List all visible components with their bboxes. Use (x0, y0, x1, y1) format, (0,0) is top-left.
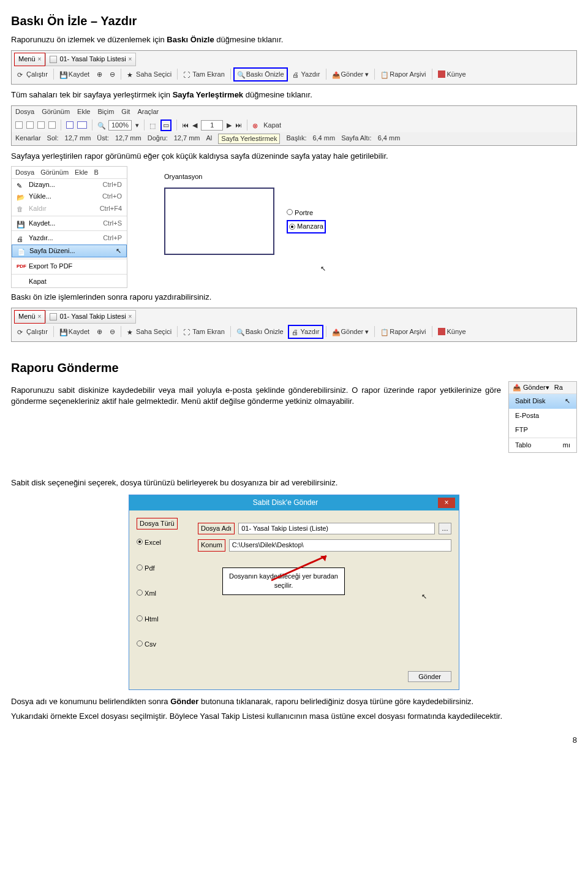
tab-menu[interactable]: Menü× (14, 310, 45, 323)
gonder-button[interactable]: Gönder (408, 671, 451, 682)
t: Baskı Önizle (246, 327, 284, 336)
radio-csv[interactable]: Csv (137, 640, 198, 649)
menuitem-export[interactable]: PDFExport To PDF (12, 260, 127, 272)
menuitem-kaydet[interactable]: 💾Kaydet...Ctrl+S (12, 218, 127, 229)
fullscreen-button[interactable]: ⛶Tam Ekran (180, 68, 228, 81)
prev-icon[interactable]: ◀ (192, 121, 197, 130)
close-icon[interactable]: ⊗ (252, 121, 260, 129)
menuitem-kaldir[interactable]: 🗑KaldırCtrl+F4 (12, 203, 127, 214)
plus-button[interactable]: ⊕ (94, 68, 105, 81)
kaydet-button[interactable]: 💾Kaydet (56, 325, 92, 338)
fit-icon[interactable]: ⬚ (149, 121, 157, 129)
menuitem-yukle[interactable]: 📂Yükle...Ctrl+O (12, 191, 127, 202)
rapor-arsivi-button[interactable]: 📋Rapor Arşivi (377, 68, 429, 81)
calistir-button[interactable]: ⟳Çalıştır (14, 325, 51, 338)
t: 12,7 mm (65, 134, 91, 144)
fit-page-button[interactable]: ▭ (160, 120, 172, 131)
kunye-button[interactable]: Künye (435, 325, 469, 338)
gonder-eposta[interactable]: E-Posta (509, 409, 576, 423)
kaydet-button[interactable]: 💾Kaydet (56, 68, 92, 81)
saha-button[interactable]: ★Saha Seçici (124, 325, 175, 338)
menuitem-yazdir[interactable]: 🖨Yazdır...Ctrl+P (12, 232, 127, 244)
dialog-close-button[interactable]: × (438, 498, 455, 508)
chevron-down-icon[interactable]: ▾ (135, 121, 139, 130)
gonder-btn[interactable]: 📤 Gönder▾ (513, 383, 549, 392)
last-icon[interactable]: ⏭ (235, 121, 242, 130)
menu-gorunum[interactable]: Görünüm (40, 168, 69, 177)
tab-list[interactable]: 01- Yasal Takip Listesi× (45, 53, 136, 66)
tab-menu[interactable]: Menü× (14, 53, 45, 66)
menu-ekle[interactable]: Ekle (75, 168, 88, 177)
screenshot-toolbar-2: Menü× 01- Yasal Takip Listesi× ⟳Çalıştır… (11, 308, 577, 342)
first-icon[interactable]: ⏮ (182, 121, 189, 130)
konum-label: Konum (198, 539, 225, 551)
next-icon[interactable]: ▶ (227, 121, 232, 130)
t: Dosya adı ve konumunu belirlendikten son… (11, 697, 170, 706)
fullscreen-button[interactable]: ⛶Tam Ekran (180, 325, 228, 338)
browse-button[interactable]: … (439, 523, 451, 534)
radio-portre[interactable]: Portre (287, 208, 326, 218)
t: 12,7 mm (115, 134, 141, 144)
t: Kaydet... (29, 219, 55, 228)
gonder-sabitdisk[interactable]: Sabit Disk↖ (509, 394, 576, 408)
close-icon[interactable]: × (38, 313, 42, 321)
saha-button[interactable]: ★Saha Seçici (124, 68, 175, 81)
kunye-button[interactable]: Künye (435, 68, 469, 81)
minus-button[interactable]: ⊖ (107, 68, 118, 81)
yazdir-button[interactable]: 🖨Yazdır (289, 68, 323, 81)
tab-list[interactable]: 01- Yasal Takip Listesi× (45, 310, 136, 323)
close-icon[interactable]: × (129, 55, 132, 64)
doc-icon[interactable] (48, 121, 56, 129)
doc-icon[interactable] (15, 121, 23, 129)
close-icon[interactable]: × (38, 55, 42, 64)
zoom-icon[interactable]: 🔍 (97, 121, 105, 129)
menu-bicim[interactable]: Biçim (97, 107, 114, 116)
menu-dosya[interactable]: Dosya (15, 168, 34, 177)
menuitem-sayfaduzeni[interactable]: 📄Sayfa Düzeni...↖ (12, 245, 127, 257)
doc-icon[interactable] (37, 121, 45, 129)
plus-button[interactable]: ⊕ (94, 325, 105, 338)
gonder-button[interactable]: 📤Gönder▾ (329, 68, 372, 81)
menu-ekle[interactable]: Ekle (77, 107, 90, 116)
menu-araclar[interactable]: Araçlar (137, 107, 159, 116)
t: Xml (145, 590, 156, 597)
t: Kenarlar (15, 134, 41, 144)
t: Gönder (341, 70, 364, 79)
portrait-icon[interactable] (66, 121, 74, 129)
calistir-button[interactable]: ⟳Çalıştır (14, 68, 51, 81)
t: Kaldır (29, 204, 47, 213)
t: Ctrl+S (103, 219, 122, 228)
radio-manzara[interactable]: Manzara (287, 220, 326, 233)
dosyaadi-input[interactable]: 01- Yasal Takip Listesi (Liste) (238, 523, 435, 534)
save-icon: 💾 (59, 70, 67, 78)
radio-html[interactable]: Html (137, 615, 198, 624)
menu-dosya[interactable]: Dosya (15, 107, 34, 116)
baski-onizle-button[interactable]: 🔍Baskı Önizle (233, 325, 287, 338)
zoom-value[interactable]: 100% (108, 120, 132, 131)
menuitem-kapat[interactable]: Kapat (12, 276, 127, 287)
menuitem-dizayn[interactable]: ✎Dizayn...Ctrl+D (12, 179, 127, 191)
close-icon[interactable]: × (129, 313, 132, 321)
para-2: Tüm sahaları tek bir sayfaya yerleştirme… (11, 89, 577, 101)
expand-icon: ⛶ (183, 328, 190, 335)
minus-button[interactable]: ⊖ (107, 325, 118, 338)
menu-git[interactable]: Git (121, 107, 130, 116)
kapat-button[interactable]: Kapat (263, 121, 281, 130)
landscape-icon[interactable] (77, 121, 87, 129)
radio-xml[interactable]: Xml (137, 589, 198, 598)
konum-input[interactable]: C:\Users\Dilek\Desktop\ (229, 539, 451, 551)
radio-pdf[interactable]: Pdf (137, 564, 198, 573)
baski-onizle-button[interactable]: 🔍Baskı Önizle (233, 67, 288, 82)
gonder-tablo[interactable]: Tablomı (509, 438, 576, 452)
radio-excel[interactable]: Excel (137, 538, 198, 547)
yazdir-button[interactable]: 🖨Yazdır (288, 325, 323, 339)
menu-b[interactable]: B (94, 168, 98, 177)
gonder-ftp[interactable]: FTP (509, 423, 576, 437)
menu-gorunum[interactable]: Görünüm (42, 107, 70, 116)
rapor-arsivi-button[interactable]: 📋Rapor Arşivi (377, 325, 429, 338)
separator (53, 69, 54, 80)
page-input[interactable]: 1 (201, 120, 223, 131)
t: Başlık: (286, 134, 306, 144)
gonder-button[interactable]: 📤Gönder▾ (329, 325, 372, 338)
doc-icon[interactable] (26, 121, 34, 129)
